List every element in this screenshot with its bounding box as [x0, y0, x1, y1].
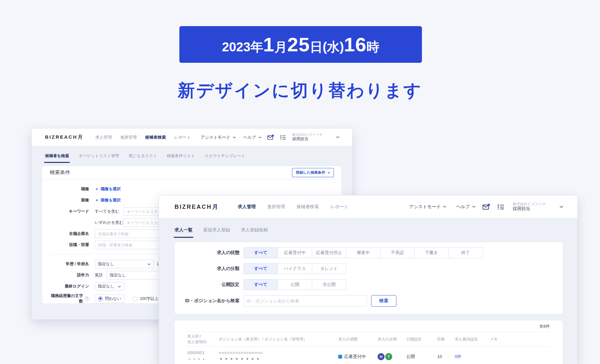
- tab-favorites-list[interactable]: 気になるリスト: [129, 146, 157, 166]
- category-highclass-button[interactable]: ハイクラス: [278, 263, 312, 274]
- select-job-type-link[interactable]: ＋職種を選択: [95, 186, 121, 192]
- tab-job-request[interactable]: 求人登録依頼: [241, 218, 268, 242]
- talent-badge: T: [385, 353, 392, 360]
- category-all-button[interactable]: すべて: [244, 263, 278, 274]
- job-status-label: 求人の状態: [175, 250, 239, 256]
- chevron-down-icon[interactable]: [559, 206, 563, 208]
- window-job-management: BIZREACH月 求人管理 進捗管理 候補者検索 レポート アシストモード ヘ…: [159, 195, 578, 364]
- visibility-all-button[interactable]: すべて: [244, 279, 278, 290]
- status-accepting-button[interactable]: 応募受付中: [278, 247, 312, 258]
- education-select[interactable]: 指定なし: [95, 260, 154, 268]
- help-icon[interactable]: ?: [85, 296, 89, 301]
- table-row[interactable]: 0000001 ＊＊＊＊ ○○○○○○○○○○○○○○○○ ＊＊＊＊＊＊＊＊ 応…: [187, 347, 550, 364]
- table-header-row: 求人ID /求人管理ID ポジション名（表示用） / ポジション名（管理用） 求…: [187, 332, 550, 347]
- mail-icon[interactable]: [267, 135, 274, 140]
- date-year: 2023年: [222, 38, 263, 56]
- status-draft-button[interactable]: 下書き: [414, 247, 449, 258]
- chevron-down-icon: [259, 136, 262, 138]
- plus-icon: ＋: [95, 198, 99, 203]
- saved-conditions-button[interactable]: 登録した検索条件: [292, 168, 334, 177]
- header-position-name: ポジション名（表示用） / ポジション名（管理用）: [219, 337, 338, 342]
- front-content: 求人の状態 すべて 応募受付中 応募受付停止 審査中 不承認 下書き 終了 求人…: [159, 242, 577, 364]
- resume-option-100[interactable]: 100字以上: [133, 296, 158, 302]
- date-day-unit: 日(水): [310, 38, 344, 56]
- checklist-icon[interactable]: [280, 135, 286, 140]
- chevron-down-icon: [118, 286, 121, 288]
- resume-option-any[interactable]: 問わない: [95, 295, 124, 303]
- checklist-icon[interactable]: [497, 204, 504, 210]
- front-sub-tabs: 求人一覧 新規求人登録 求人登録依頼: [159, 218, 577, 242]
- bizreach-logo-mark: 月: [212, 204, 218, 210]
- tab-scout-template[interactable]: スカウトテンプレート: [205, 146, 245, 166]
- bizreach-logo[interactable]: BIZREACH月: [175, 203, 218, 211]
- job-table-card: 全8件 求人ID /求人管理ID ポジション名（表示用） / ポジション名（管理…: [174, 320, 563, 364]
- chevron-down-icon: [147, 263, 151, 265]
- category-talent-button[interactable]: タレント: [312, 263, 346, 274]
- tab-search-candidates[interactable]: 候補者を検索: [45, 146, 69, 166]
- nav-report[interactable]: レポート: [174, 135, 191, 140]
- bizreach-logo[interactable]: BIZREACH月: [45, 134, 83, 140]
- account-user: 採用担当: [513, 206, 546, 212]
- account-menu[interactable]: 株式会社ビズリーチ 採用担当: [513, 202, 546, 212]
- nav-progress-management[interactable]: 進捗管理: [267, 204, 285, 210]
- status-rejected-button[interactable]: 不承認: [380, 247, 415, 258]
- id-search-input[interactable]: [244, 295, 367, 307]
- back-global-nav: 求人管理 進捗管理 候補者検索 レポート: [95, 135, 191, 140]
- cell-job-guide-link[interactable]: 0件: [455, 354, 490, 360]
- bizreach-logo-mark: 月: [78, 134, 83, 140]
- header-job-guide: 求人案内設定: [455, 337, 490, 342]
- front-global-header: BIZREACH月 求人管理 進捗管理 候補者検索 レポート アシストモード ヘ…: [159, 195, 577, 218]
- tab-saved-conditions[interactable]: 検索条件リスト: [167, 146, 195, 166]
- search-button[interactable]: 検索: [371, 295, 396, 307]
- keyword-any-sublabel: いずれかを含む: [95, 220, 124, 225]
- announcement-date-banner: 2023年1月25日(水)16時: [179, 26, 422, 63]
- account-menu[interactable]: 株式会社ビズリーチ 採用担当: [292, 133, 323, 142]
- last-login-label: 最終ログイン: [50, 284, 89, 289]
- tab-new-job[interactable]: 新規求人登録: [203, 218, 230, 242]
- nav-job-management[interactable]: 求人管理: [238, 204, 256, 210]
- language-label: 語学力: [50, 273, 89, 278]
- status-reviewing-button[interactable]: 審査中: [346, 247, 380, 258]
- account-company: 株式会社ビズリーチ: [292, 133, 323, 137]
- cell-position-name: ○○○○○○○○○○○○○○○○ ＊＊＊＊＊＊＊＊: [219, 350, 338, 363]
- job-filters-card: 求人の状態 すべて 応募受付中 応募受付停止 審査中 不承認 下書き 終了 求人…: [174, 242, 563, 314]
- highclass-badge: H: [378, 353, 385, 360]
- nav-progress-management[interactable]: 進捗管理: [120, 135, 137, 140]
- status-all-button[interactable]: すべて: [244, 247, 278, 258]
- nav-report[interactable]: レポート: [330, 204, 349, 210]
- visibility-label: 公開設定: [175, 282, 239, 288]
- visibility-public-button[interactable]: 公開: [278, 279, 312, 290]
- date-month-num: 1: [263, 33, 274, 56]
- position-label: 役職・部署: [50, 242, 89, 248]
- chevron-down-icon[interactable]: [336, 136, 340, 138]
- keyword-label: キーワード: [50, 209, 89, 214]
- keyword-all-sublabel: すべてを含む: [95, 209, 124, 214]
- cell-applications: 10: [437, 354, 455, 359]
- help-menu[interactable]: ヘルプ: [244, 135, 262, 140]
- status-suspended-button[interactable]: 応募受付停止: [312, 247, 346, 258]
- job-category-segment: すべて ハイクラス タレント: [244, 263, 346, 274]
- nav-candidate-search[interactable]: 候補者検索: [145, 135, 166, 140]
- last-login-select[interactable]: 指定なし: [95, 282, 124, 291]
- cell-job-id: 0000001 ＊＊＊＊: [187, 350, 219, 363]
- help-menu[interactable]: ヘルプ: [456, 204, 476, 210]
- select-industry-link[interactable]: ＋業種を選択: [95, 198, 121, 203]
- nav-job-management[interactable]: 求人管理: [95, 135, 112, 140]
- header-memo: メモ: [490, 337, 550, 342]
- date-month-unit: 月: [274, 38, 287, 56]
- visibility-private-button[interactable]: 非公開: [312, 279, 346, 290]
- id-search-label: ID・ポジション名から検索: [175, 298, 239, 304]
- result-count: 全8件: [187, 320, 550, 332]
- header-job-id: 求人ID /求人管理ID: [187, 334, 219, 345]
- status-ended-button[interactable]: 終了: [448, 247, 483, 258]
- visibility-segment: すべて 公開 非公開: [244, 279, 346, 290]
- mail-icon[interactable]: [483, 204, 490, 210]
- tab-job-list[interactable]: 求人一覧: [175, 218, 192, 242]
- assist-mode-menu[interactable]: アシストモード: [409, 204, 446, 210]
- assist-mode-menu[interactable]: アシストモード: [201, 135, 236, 140]
- tab-target-list[interactable]: ターゲットリスト管理: [79, 146, 119, 166]
- account-company: 株式会社ビズリーチ: [513, 202, 546, 206]
- job-status-segment: すべて 応募受付中 応募受付停止 審査中 不承認 下書き 終了: [244, 247, 483, 258]
- nav-candidate-search[interactable]: 候補者検索: [296, 204, 319, 210]
- language-english-label: 英語: [95, 273, 103, 278]
